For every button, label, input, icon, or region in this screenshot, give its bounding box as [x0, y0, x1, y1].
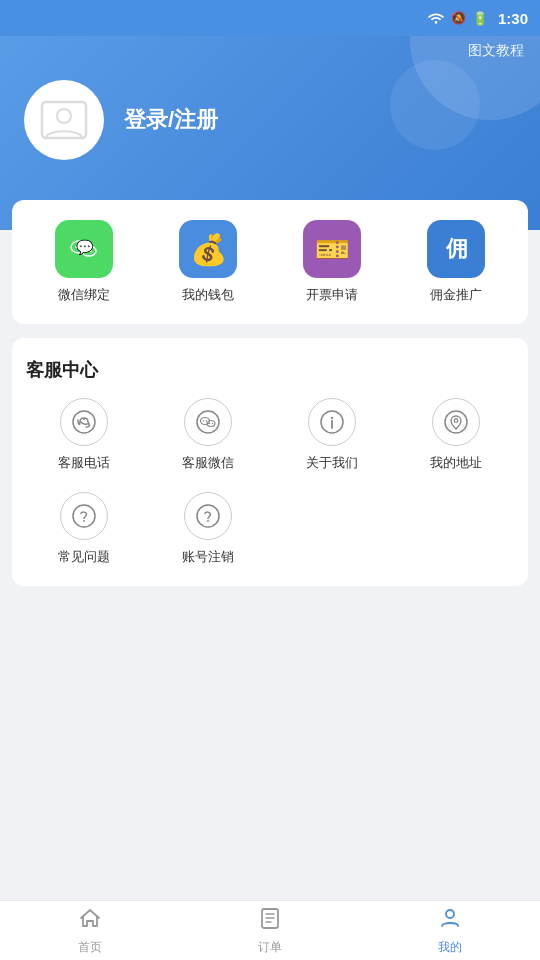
cancel-account-icon — [184, 492, 232, 540]
home-icon — [78, 906, 102, 936]
quick-actions-card: 💬 微信绑定 💰 我的钱包 🎫 开票申请 佣 佣金推广 — [12, 200, 528, 324]
action-invoice-apply[interactable]: 🎫 开票申请 — [292, 220, 372, 304]
service-customer-wechat[interactable]: 客服微信 — [146, 398, 270, 472]
commission-label: 佣金推广 — [430, 286, 482, 304]
user-section: 登录/注册 — [24, 80, 218, 160]
wechat-svg: 💬 — [68, 233, 100, 265]
wallet-label: 我的钱包 — [182, 286, 234, 304]
mine-nav-label: 我的 — [438, 939, 462, 956]
commission-icon: 佣 — [427, 220, 485, 278]
svg-point-17 — [203, 420, 205, 422]
service-cancel-account[interactable]: 账号注销 — [146, 492, 270, 566]
faq-label: 常见问题 — [58, 548, 110, 566]
status-icons: 🔕 🔋 1:30 — [427, 10, 528, 27]
faq-icon — [60, 492, 108, 540]
svg-point-26 — [73, 505, 95, 527]
wechat-bind-icon: 💬 — [55, 220, 113, 278]
service-center-card: 客服中心 客服电话 — [12, 338, 528, 586]
avatar[interactable] — [24, 80, 104, 160]
action-wechat-bind[interactable]: 💬 微信绑定 — [44, 220, 124, 304]
customer-phone-icon — [60, 398, 108, 446]
svg-point-28 — [197, 505, 219, 527]
bubble-decoration-2 — [390, 60, 480, 150]
quick-actions-row: 💬 微信绑定 💰 我的钱包 🎫 开票申请 佣 佣金推广 — [22, 220, 518, 304]
service-my-address[interactable]: 我的地址 — [394, 398, 518, 472]
my-address-icon — [432, 398, 480, 446]
service-faq[interactable]: 常见问题 — [22, 492, 146, 566]
svg-point-18 — [206, 420, 208, 422]
service-grid: 客服电话 客服微信 — [22, 398, 518, 566]
customer-wechat-label: 客服微信 — [182, 454, 234, 472]
svg-point-29 — [207, 520, 209, 522]
svg-text:💬: 💬 — [76, 239, 94, 256]
status-time: 1:30 — [498, 10, 528, 27]
nav-mine[interactable]: 我的 — [360, 901, 540, 960]
invoice-icon: 🎫 — [303, 220, 361, 278]
battery-icon: 🔋 — [472, 11, 488, 26]
signal-off-icon: 🔕 — [451, 11, 466, 25]
svg-rect-12 — [79, 422, 81, 425]
action-my-wallet[interactable]: 💰 我的钱包 — [168, 220, 248, 304]
wallet-icon: 💰 — [179, 220, 237, 278]
customer-phone-label: 客服电话 — [58, 454, 110, 472]
svg-point-34 — [446, 910, 454, 918]
customer-wechat-icon — [184, 398, 232, 446]
service-about-us[interactable]: 关于我们 — [270, 398, 394, 472]
orders-icon — [258, 906, 282, 936]
about-us-label: 关于我们 — [306, 454, 358, 472]
service-center-title: 客服中心 — [22, 358, 518, 382]
svg-point-25 — [454, 419, 458, 423]
mine-icon — [438, 906, 462, 936]
wifi-icon — [427, 10, 445, 27]
svg-point-19 — [209, 423, 211, 425]
about-us-icon — [308, 398, 356, 446]
svg-point-10 — [73, 411, 95, 433]
service-customer-phone[interactable]: 客服电话 — [22, 398, 146, 472]
my-address-label: 我的地址 — [430, 454, 482, 472]
home-nav-label: 首页 — [78, 939, 102, 956]
svg-point-22 — [331, 417, 333, 419]
nav-home[interactable]: 首页 — [0, 901, 180, 960]
svg-rect-1 — [42, 102, 86, 138]
orders-nav-label: 订单 — [258, 939, 282, 956]
svg-point-20 — [212, 423, 214, 425]
nav-orders[interactable]: 订单 — [180, 901, 360, 960]
tutorial-link[interactable]: 图文教程 — [468, 42, 524, 60]
bottom-nav: 首页 订单 我的 — [0, 900, 540, 960]
header-area: 🔕 🔋 1:30 图文教程 登录/注册 — [0, 0, 540, 230]
svg-point-2 — [57, 109, 71, 123]
svg-point-27 — [83, 520, 85, 522]
svg-point-0 — [435, 21, 438, 24]
invoice-label: 开票申请 — [306, 286, 358, 304]
action-commission[interactable]: 佣 佣金推广 — [416, 220, 496, 304]
wechat-bind-label: 微信绑定 — [58, 286, 110, 304]
login-register-text[interactable]: 登录/注册 — [124, 105, 218, 135]
avatar-placeholder-icon — [40, 100, 88, 140]
status-bar: 🔕 🔋 1:30 — [0, 0, 540, 36]
cancel-account-label: 账号注销 — [182, 548, 234, 566]
main-content: 💬 微信绑定 💰 我的钱包 🎫 开票申请 佣 佣金推广 客 — [0, 200, 540, 900]
